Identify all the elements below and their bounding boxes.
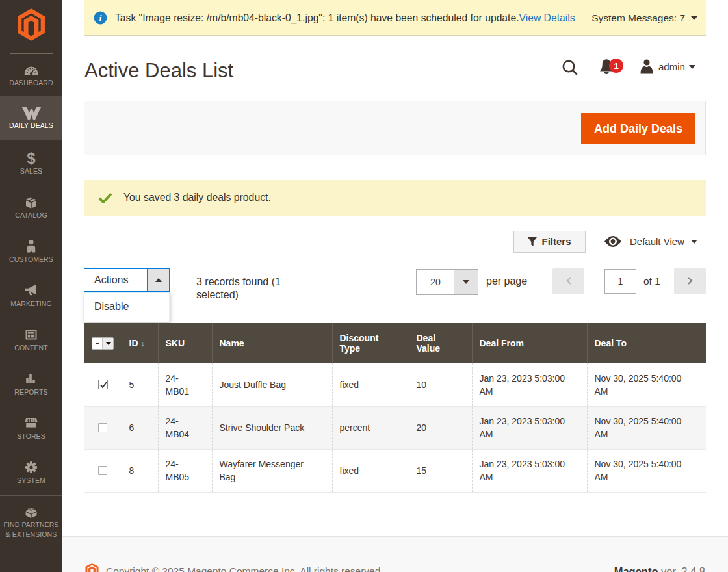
svg-text:$: $ [27,150,36,166]
svg-text:1: 1 [614,61,619,71]
